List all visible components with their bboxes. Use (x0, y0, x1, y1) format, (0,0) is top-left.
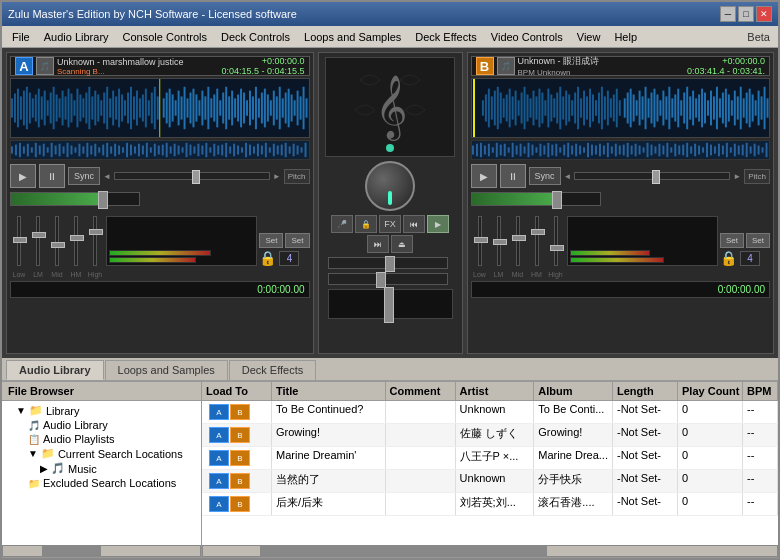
deck-a-header: A 🎵 Unknown - marshmallow justice Scanni… (10, 56, 310, 76)
col-header-comment[interactable]: Comment (386, 382, 456, 400)
tree-item-search-locations[interactable]: ▼ 📁 Current Search Locations (4, 446, 199, 461)
mic-button[interactable]: 🎤 (331, 215, 353, 233)
tree-item-music[interactable]: ▶ 🎵 Music (4, 461, 199, 476)
load-b-btn-5[interactable]: B (230, 496, 250, 512)
deck-b-set1-button[interactable]: Set (720, 233, 744, 248)
crossfader[interactable] (328, 257, 448, 269)
deck-a-set2-button[interactable]: Set (285, 233, 309, 248)
deck-b-eq-label-low: Low (471, 271, 489, 278)
load-a-btn-2[interactable]: A (209, 427, 229, 443)
menu-console-controls[interactable]: Console Controls (117, 29, 213, 45)
svg-rect-266 (733, 91, 735, 126)
deck-a-eq-hm[interactable] (67, 216, 85, 266)
next-button[interactable]: ⏭ (367, 235, 389, 253)
deck-a-waveform-mini[interactable] (10, 140, 310, 160)
deck-b-waveform-mini[interactable] (471, 140, 771, 160)
deck-a-pitch-slider[interactable] (114, 172, 270, 180)
svg-rect-331 (678, 146, 680, 155)
tree-item-excluded[interactable]: 📁 Excluded Search Locations (4, 476, 199, 490)
load-a-btn-4[interactable]: A (209, 473, 229, 489)
deck-a-eq-mid[interactable] (48, 216, 66, 266)
svg-rect-303 (567, 143, 569, 157)
col-header-playcount[interactable]: Play Count (678, 382, 743, 400)
deck-b-pitch-slider[interactable] (574, 172, 730, 180)
load-b-btn-2[interactable]: B (230, 427, 250, 443)
deck-a-eq-high[interactable] (86, 216, 104, 266)
deck-a-play-button[interactable]: ▶ (10, 164, 36, 188)
deck-a-lock-icon[interactable]: 🔒 (259, 250, 276, 266)
col-header-artist[interactable]: Artist (456, 382, 535, 400)
tab-audio-library[interactable]: Audio Library (6, 360, 104, 380)
deck-a-set1-button[interactable]: Set (259, 233, 283, 248)
svg-rect-198 (529, 98, 531, 117)
deck-b-eq-lm[interactable] (490, 216, 508, 266)
menu-view[interactable]: View (571, 29, 607, 45)
menu-audio-library[interactable]: Audio Library (38, 29, 115, 45)
load-b-btn-1[interactable]: B (230, 404, 250, 420)
deck-b-volume-fader[interactable] (471, 192, 601, 206)
svg-rect-88 (270, 100, 272, 115)
deck-b-sync-button[interactable]: Sync (529, 167, 561, 185)
tree-item-library[interactable]: ▼ 📁 Library (4, 403, 199, 418)
tree-scrollbar[interactable] (2, 545, 201, 557)
deck-a-eq-low[interactable] (10, 216, 28, 266)
load-b-btn-3[interactable]: B (230, 450, 250, 466)
load-a-btn-1[interactable]: A (209, 404, 229, 420)
menu-loops-samples[interactable]: Loops and Samples (298, 29, 407, 45)
load-a-btn-5[interactable]: A (209, 496, 229, 512)
tab-loops-samples[interactable]: Loops and Samples (105, 360, 228, 380)
table-row[interactable]: A B Marine Dreamin' 八王子P ×... Marine Dre… (202, 447, 778, 470)
fx-button[interactable]: FX (379, 215, 401, 233)
load-a-btn-3[interactable]: A (209, 450, 229, 466)
deck-b-eq-hm[interactable] (528, 216, 546, 266)
tree-item-audio-playlists[interactable]: 📋 Audio Playlists (4, 432, 199, 446)
deck-a-eq-lm[interactable] (29, 216, 47, 266)
deck-a-volume-fader[interactable] (10, 192, 140, 206)
menu-deck-controls[interactable]: Deck Controls (215, 29, 296, 45)
deck-a-waveform-main[interactable] (10, 78, 310, 138)
deck-a-sync-button[interactable]: Sync (68, 167, 100, 185)
deck-b-lock-icon[interactable]: 🔒 (720, 250, 737, 266)
table-row[interactable]: A B 当然的了 Unknown 分手快乐 -Not Set- 0 -- (202, 470, 778, 493)
menu-file[interactable]: File (6, 29, 36, 45)
table-row[interactable]: A B Growing! 佐藤 しずく Growing! -Not Set- 0… (202, 424, 778, 447)
deck-b-pause-button[interactable]: ⏸ (500, 164, 526, 188)
play-center-button[interactable]: ▶ (427, 215, 449, 233)
menu-video-controls[interactable]: Video Controls (485, 29, 569, 45)
table-row[interactable]: A B 后来/后来 刘若英;刘... 滚石香港.... -Not Set- 0 … (202, 493, 778, 516)
track-load-btns-3: A B (202, 447, 272, 469)
svg-rect-40 (124, 100, 126, 115)
lock-button[interactable]: 🔒 (355, 215, 377, 233)
center-fader-area[interactable] (328, 289, 453, 319)
load-b-btn-4[interactable]: B (230, 473, 250, 489)
tree-icon-audio-lib: 🎵 (28, 420, 40, 431)
deck-b-play-button[interactable]: ▶ (471, 164, 497, 188)
track-bpm-2: -- (743, 424, 778, 446)
minimize-button[interactable]: ─ (720, 6, 736, 22)
deck-b-eq-mid[interactable] (509, 216, 527, 266)
deck-a-pause-button[interactable]: ⏸ (39, 164, 65, 188)
col-header-bpm[interactable]: BPM (743, 382, 778, 400)
master-volume-knob[interactable] (365, 161, 415, 211)
close-button[interactable]: ✕ (756, 6, 772, 22)
menu-deck-effects[interactable]: Deck Effects (409, 29, 483, 45)
table-row[interactable]: A B To Be Continued? Unknown To Be Conti… (202, 401, 778, 424)
master-volume-slider[interactable] (328, 273, 448, 285)
track-list-scrollbar[interactable] (202, 545, 778, 557)
col-header-load[interactable]: Load To (202, 382, 272, 400)
maximize-button[interactable]: □ (738, 6, 754, 22)
col-header-length[interactable]: Length (613, 382, 678, 400)
col-header-title[interactable]: Title (272, 382, 386, 400)
deck-b-eq-high[interactable] (547, 216, 565, 266)
svg-rect-161 (245, 143, 247, 157)
tab-deck-effects[interactable]: Deck Effects (229, 360, 317, 380)
svg-rect-187 (496, 87, 498, 130)
col-header-album[interactable]: Album (534, 382, 613, 400)
tree-item-audio-library[interactable]: 🎵 Audio Library (4, 418, 199, 432)
deck-b-set2-button[interactable]: Set (746, 233, 770, 248)
prev-button[interactable]: ⏮ (403, 215, 425, 233)
deck-b-eq-low[interactable] (471, 216, 489, 266)
eject-button[interactable]: ⏏ (391, 235, 413, 253)
menu-help[interactable]: Help (608, 29, 643, 45)
deck-b-waveform-main[interactable] (471, 78, 771, 138)
